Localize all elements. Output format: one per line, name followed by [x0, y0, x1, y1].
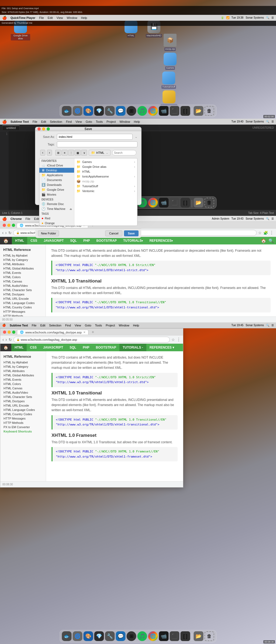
menu-app-name[interactable]: QuickTime Player [11, 16, 35, 19]
sidebar-link-urlencode[interactable]: HTML URL Encode [0, 297, 46, 301]
chrome2-close[interactable] [3, 330, 6, 334]
desktop-icon-mrzip[interactable]: 📦 mrzip.zip [160, 34, 180, 51]
browser-item-remoteDisc[interactable]: 💿 Remote Disc [39, 202, 74, 206]
sl-methods-2[interactable]: HTTP Methods [0, 421, 46, 425]
sl-charset-2[interactable]: HTML Character Sets [0, 395, 46, 399]
apple-menu[interactable]: 🍎 [2, 323, 6, 327]
sidebar-link-doctypes[interactable]: HTML Doctypes [0, 292, 46, 297]
sidebar-link-alphabet[interactable]: HTML by Alphabet [0, 253, 46, 258]
expand-icon[interactable]: ⌄ [135, 135, 137, 139]
menu-view[interactable]: View [75, 324, 81, 327]
browser-item-applications[interactable]: 📁 Applications [39, 173, 74, 178]
dock2-grid[interactable]: ⊞ [127, 631, 136, 641]
chrome2-min[interactable] [8, 330, 11, 334]
sidebar-link-audio[interactable]: HTML Audio/Video [0, 284, 46, 288]
sublime-appname[interactable]: Sublime Text [11, 120, 29, 123]
bookmark-icon-2[interactable]: ☆ [171, 338, 175, 342]
sl-audio-2[interactable]: HTML Audio/Video [0, 390, 46, 395]
dock2-trash[interactable]: 🗑 [205, 631, 214, 641]
w3-nav-sql[interactable]: SQL [67, 237, 80, 244]
dock-spotify[interactable]: 🎵 [137, 106, 147, 116]
dock-chrome[interactable]: 🌐 [148, 198, 158, 207]
sl-category-2[interactable]: HTML by Category [0, 364, 46, 369]
browser-item-downloads[interactable]: ⬇️ Downloads [39, 182, 74, 187]
chrome-appname[interactable]: Chrome [11, 217, 22, 220]
apple-menu[interactable]: 🍎 [2, 16, 7, 20]
w3-home-2[interactable]: 🏠 [0, 344, 11, 351]
menu-help[interactable]: Help [134, 120, 140, 123]
dock-obs[interactable]: 📹 [159, 198, 169, 207]
browser-item-orange[interactable]: ● Orange [39, 221, 74, 226]
view-cover-button[interactable]: ▦ [75, 150, 81, 156]
dock2-finder[interactable]: 🐟 [62, 631, 72, 641]
dock2-brackets[interactable]: [ ] [181, 631, 190, 641]
chrome-close[interactable] [3, 224, 6, 227]
desktop-icon-tutorialstuff[interactable]: TutorialStuff [159, 71, 178, 89]
w3-nav-javascript[interactable]: JAVASCRIPT [40, 237, 67, 244]
address-bar-2[interactable]: 🔒 www.w3schools.com/tags/tag_doctype.asp [13, 337, 170, 343]
w3-nav-js-2[interactable]: JAVASCRIPT [40, 344, 66, 351]
eject-icon[interactable]: ⏏ [70, 207, 72, 210]
chrome2-tab[interactable]: 🌐 www.w3schools.com/tags/tag_doctype.asp… [17, 330, 88, 335]
w3-nav-php[interactable]: PHP [80, 237, 93, 244]
dock2-chrome[interactable]: 🌐 [148, 631, 158, 641]
browser-item-documents[interactable]: 📄 Documents [39, 178, 74, 182]
dock-skype[interactable]: 💬 [116, 106, 126, 116]
sl-urlencode-2[interactable]: HTML URL Encode [0, 403, 46, 408]
maximize-button[interactable] [47, 127, 50, 131]
menu-help[interactable]: Help [81, 16, 87, 19]
browser-item-red[interactable]: ● Red [39, 216, 74, 221]
menu-goto[interactable]: Goto [86, 120, 92, 123]
back-button[interactable]: ‹ [40, 150, 45, 156]
sidebar-link-colors[interactable]: HTML Colors [0, 275, 46, 279]
dock-brackets[interactable]: [ ] [181, 106, 190, 116]
sl-alphabet-2[interactable]: HTML by Alphabet [0, 360, 46, 364]
w3-nav-php-2[interactable]: PHP [80, 344, 93, 351]
w3-home-link[interactable]: 🏠 [261, 238, 266, 243]
apple-menu[interactable]: 🍎 [2, 217, 7, 221]
menu-project[interactable]: Project [106, 324, 115, 327]
br-item-games[interactable]: 📁 Games › [75, 159, 136, 164]
spotlight-icon[interactable]: 🔍 [266, 217, 269, 220]
br-item-html[interactable]: 📁 HTML [75, 169, 136, 174]
menu-edit[interactable]: Edit [41, 120, 46, 123]
menu-icon[interactable]: ☰ [271, 217, 274, 220]
dock-grid[interactable]: ⊞ [127, 106, 136, 116]
w3-nav-html[interactable]: HTML [12, 237, 27, 244]
br-item-ionic[interactable]: 📁 IonicApplsAwesome › [75, 174, 136, 179]
dialog-search-input[interactable] [112, 150, 136, 155]
menu-edit[interactable]: Edit [40, 324, 45, 327]
w3-nav-tutorials[interactable]: TUTORIALS [120, 237, 146, 244]
sl-keyboard-2[interactable]: Keyboard Shortcuts [0, 429, 46, 434]
extensions-icon[interactable]: 🧩 [263, 231, 268, 235]
browser-item-googledrive[interactable]: 📁 Google Drive [39, 187, 74, 192]
menu-window[interactable]: Window [119, 324, 129, 327]
editor-tab-untitled[interactable]: untitled [2, 125, 20, 130]
sl-countrycodes-2[interactable]: HTML Country Codes [0, 412, 46, 416]
desktop-icon-games[interactable]: Games [160, 53, 180, 70]
w3-search-icon[interactable]: 🔍 [268, 238, 274, 243]
sidebar-link-canvas[interactable]: HTML Canvas [0, 279, 46, 284]
menu-file[interactable]: File [26, 217, 30, 220]
sublime-appname-2[interactable]: Sublime Text [10, 324, 28, 327]
menu-file[interactable]: File [39, 16, 44, 19]
menu-tools[interactable]: Tools [96, 120, 103, 123]
menu-edit[interactable]: Edit [48, 16, 53, 19]
dock-terminal[interactable]: ⬛ [170, 106, 180, 116]
dock-brackets[interactable]: [ ] [181, 198, 190, 207]
view-icon-button[interactable]: ⊞ [55, 150, 61, 156]
menu-extras-icon[interactable]: ☰ [271, 16, 274, 19]
sidebar-link-global[interactable]: HTML Global Attributes [0, 266, 46, 271]
sidebar-link-methods[interactable]: HTTP Methods [0, 314, 46, 316]
sl-http-2[interactable]: HTTP Messages [0, 416, 46, 421]
sl-attributes-2[interactable]: HTML Attributes [0, 369, 46, 373]
sidebar-link-charset[interactable]: HTML Character Sets [0, 288, 46, 292]
w3-nav-css-2[interactable]: CSS [27, 344, 40, 351]
new-tab-btn-2[interactable]: + [92, 330, 94, 335]
menu-find[interactable]: Find [65, 324, 71, 327]
menu-view[interactable]: View [57, 16, 63, 19]
chrome-menu-icon-2[interactable]: ⋮ [177, 337, 181, 342]
menu-icon[interactable]: ☰ [271, 324, 274, 327]
dock-terminal[interactable]: ⬛ [170, 198, 180, 207]
w3-nav-bootstrap-2[interactable]: BOOTSTRAP [93, 344, 119, 351]
